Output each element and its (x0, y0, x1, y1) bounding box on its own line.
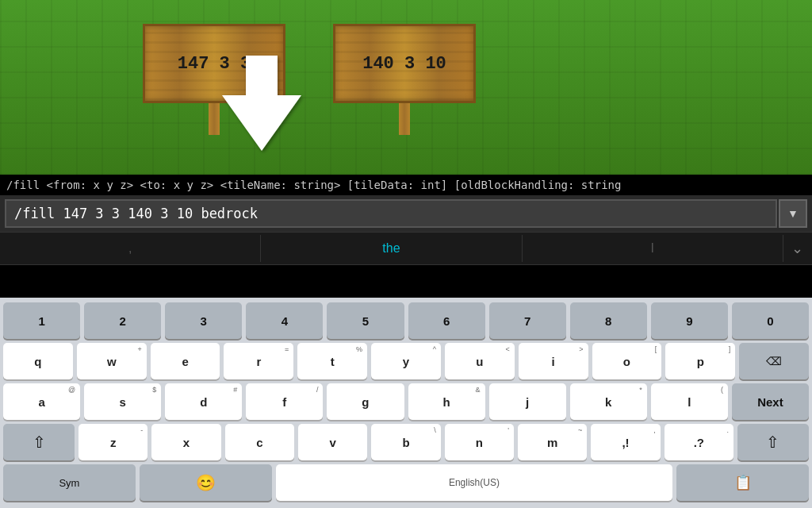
key-w[interactable]: +w (77, 343, 147, 379)
key-u[interactable]: <u (445, 343, 515, 379)
svg-marker-0 (222, 56, 301, 151)
key-y[interactable]: ^y (371, 343, 441, 379)
bottom-row: Sym 😊 English(US) 📋 (3, 464, 809, 501)
key-g[interactable]: g (327, 383, 404, 420)
number-row: 1 2 3 4 5 6 7 8 9 0 (3, 302, 809, 339)
key-z[interactable]: -z (79, 424, 147, 460)
autocomplete-item-comma[interactable]: , (0, 235, 261, 262)
key-h[interactable]: &h (408, 383, 485, 420)
sign-right-board: 140 3 10 (333, 24, 476, 103)
autocomplete-item-i[interactable]: I (523, 235, 783, 262)
qwerty-row: q +w e =r %t ^y <u >i [o ]p ⌫ (3, 343, 809, 379)
key-period-question[interactable]: ..? (665, 424, 733, 460)
key-5[interactable]: 5 (327, 302, 404, 339)
key-q[interactable]: q (3, 343, 73, 379)
key-t[interactable]: %t (297, 343, 367, 379)
down-arrow-icon (214, 48, 309, 159)
backspace-button[interactable]: ⌫ (739, 343, 809, 379)
zxcv-row: ⇧ -z x c v \b 'n ~m ,,! ..? ⇧ (3, 424, 809, 460)
signs-container: 147 3 3 140 3 10 (143, 24, 476, 135)
key-0[interactable]: 0 (732, 302, 809, 339)
sign-right: 140 3 10 (333, 24, 476, 135)
key-o[interactable]: [o (592, 343, 662, 379)
key-1[interactable]: 1 (3, 302, 80, 339)
key-b[interactable]: \b (371, 424, 440, 460)
key-k[interactable]: *k (570, 383, 647, 420)
clipboard-button[interactable]: 📋 (676, 464, 809, 501)
key-3[interactable]: 3 (165, 302, 242, 339)
key-p[interactable]: ]p (665, 343, 735, 379)
key-9[interactable]: 9 (651, 302, 728, 339)
autocomplete-expand-icon[interactable]: ⌄ (783, 240, 812, 257)
key-comma-exclaim[interactable]: ,,! (591, 424, 660, 460)
sign-right-post (399, 103, 410, 135)
key-a[interactable]: @a (3, 383, 80, 420)
key-i[interactable]: >i (519, 343, 588, 379)
key-4[interactable]: 4 (246, 302, 323, 339)
command-input[interactable] (5, 199, 777, 228)
input-bar: ▼ (0, 195, 812, 232)
keyboard-area: 1 2 3 4 5 6 7 8 9 0 q +w e =r %t ^y <u >… (0, 298, 812, 508)
command-hint: /fill <from: x y z> <to: x y z> <tileNam… (0, 175, 812, 195)
autocomplete-bar: , the I ⌄ (0, 232, 812, 265)
key-6[interactable]: 6 (408, 302, 485, 339)
arrow-container (214, 48, 309, 162)
key-f[interactable]: /f (246, 383, 323, 420)
emoji-button[interactable]: 😊 (140, 464, 272, 501)
key-8[interactable]: 8 (570, 302, 647, 339)
key-2[interactable]: 2 (84, 302, 161, 339)
key-7[interactable]: 7 (489, 302, 566, 339)
key-d[interactable]: #d (165, 383, 242, 420)
dropdown-button[interactable]: ▼ (779, 199, 807, 228)
key-x[interactable]: x (151, 424, 220, 460)
keyboard: 1 2 3 4 5 6 7 8 9 0 q +w e =r %t ^y <u >… (0, 298, 812, 508)
space-button[interactable]: English(US) (276, 464, 673, 501)
key-e[interactable]: e (151, 343, 220, 379)
key-n[interactable]: 'n (445, 424, 514, 460)
key-v[interactable]: v (298, 424, 367, 460)
key-s[interactable]: $s (84, 383, 161, 420)
key-j[interactable]: j (489, 383, 566, 420)
key-r[interactable]: =r (224, 343, 293, 379)
command-hint-text: /fill <from: x y z> <to: x y z> <tileNam… (6, 179, 621, 191)
asdf-row: @a $s #d /f g &h j *k (l Next (3, 383, 809, 420)
next-button[interactable]: Next (732, 383, 809, 420)
key-m[interactable]: ~m (518, 424, 587, 460)
shift-right-button[interactable]: ⇧ (737, 424, 809, 460)
sign-right-text: 140 3 10 (362, 54, 446, 74)
sym-button[interactable]: Sym (3, 464, 136, 501)
game-view: 147 3 3 140 3 10 (0, 0, 812, 175)
key-l[interactable]: (l (651, 383, 728, 420)
autocomplete-item-the[interactable]: the (261, 235, 522, 262)
key-c[interactable]: c (225, 424, 294, 460)
shift-left-button[interactable]: ⇧ (3, 424, 75, 460)
